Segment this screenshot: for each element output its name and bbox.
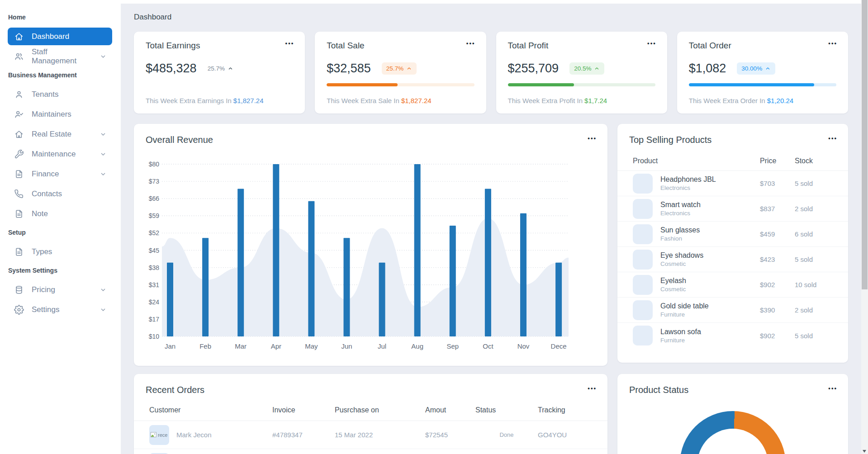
recent-orders-title: Recent Orders: [134, 374, 607, 395]
sidebar-item-label: Note: [32, 209, 48, 218]
middle-row: Overall Revenue ••• $80$73$66$59$52$45$3…: [134, 124, 848, 366]
chevron-down-icon: [100, 151, 107, 158]
sidebar-item-real-estate[interactable]: Real Estate: [8, 125, 112, 143]
x-axis-label: Aug: [411, 342, 423, 350]
sidebar-item-label: Staff Management: [32, 47, 92, 66]
y-axis-tick: $24: [149, 298, 160, 306]
sidebar-item-pricing[interactable]: Pricing: [8, 281, 112, 298]
product-status-donut: [680, 411, 786, 454]
top-selling-products-title: Top Selling Products: [617, 124, 848, 145]
products-column-stock: Stock: [795, 157, 839, 165]
card-menu-button[interactable]: •••: [285, 40, 294, 47]
sidebar-item-staff-management[interactable]: Staff Management: [8, 47, 112, 65]
product-price: $837: [760, 205, 795, 213]
product-row-gold-side-table[interactable]: Gold side tableFurniture$3902 sold: [617, 298, 848, 323]
sidebar-item-types[interactable]: Types: [8, 243, 112, 260]
orders-table-header: CustomerInvoicePusrchase onAmoutStatusTr…: [134, 395, 607, 421]
products-column-product: Product: [633, 157, 760, 165]
product-row-eyelash[interactable]: EyelashCosmetic$90210 sold: [617, 272, 848, 298]
sidebar-item-settings[interactable]: Settings: [8, 301, 112, 318]
sidebar-item-label: Finance: [32, 170, 59, 179]
revenue-bar-jul: [379, 263, 385, 336]
card-menu-button[interactable]: •••: [828, 40, 837, 47]
x-axis-label: Nov: [517, 342, 530, 350]
product-category: Fashion: [660, 235, 700, 242]
revenue-bar-dece: [555, 263, 562, 336]
sidebar-item-maintenance[interactable]: Maintenance: [8, 145, 112, 163]
order-invoice: #4789347: [272, 431, 335, 439]
y-axis-tick: $73: [149, 178, 160, 185]
sidebar-item-note[interactable]: Note: [8, 205, 112, 222]
card-value-row: $32,58525.7%: [327, 61, 474, 76]
card-footer-amount: $1,7.24: [584, 97, 607, 104]
chevron-up-icon: [228, 66, 233, 71]
sidebar-item-maintainers[interactable]: Maintainers: [8, 105, 112, 123]
product-row-sun-glasses[interactable]: Sun glassesFashion$4596 sold: [617, 222, 848, 247]
sidebar-item-label: Maintainers: [32, 110, 71, 119]
top-selling-products-panel: Top Selling Products ••• ProductPriceSto…: [617, 124, 848, 363]
y-axis-tick: $80: [149, 161, 160, 168]
product-row-eye-shadows[interactable]: Eye shadowsCosmetic$4235 sold: [617, 247, 848, 272]
product-name: Sun glasses: [660, 226, 700, 234]
card-value-row: $485,32825.7%: [146, 61, 293, 76]
card-total-profit: Total Profit•••$255,70920.5%This Week Ex…: [496, 32, 667, 114]
orders-column-status: Status: [475, 406, 538, 414]
sidebar-section-header-business-management: Business Management: [0, 71, 121, 79]
order-row-mark-jecon[interactable]: receMark Jecon#478934715 Mar 2022$72545D…: [134, 421, 607, 449]
product-name: Smart watch: [660, 201, 701, 209]
y-axis-tick: $52: [149, 229, 160, 236]
revenue-bar-aug: [414, 164, 421, 336]
y-axis-tick: $38: [149, 264, 160, 271]
sidebar-item-finance[interactable]: Finance: [8, 165, 112, 183]
products-table-header: ProductPriceStock: [617, 145, 848, 171]
card-menu-button[interactable]: •••: [466, 40, 475, 47]
product-name: Eye shadows: [660, 251, 703, 260]
orders-column-tracking: Tracking: [538, 406, 598, 414]
product-category: Cosmetic: [660, 286, 686, 293]
product-row-lawson-sofa[interactable]: Lawson sofaFurniture$9025 sold: [617, 323, 848, 348]
overall-revenue-title: Overall Revenue: [134, 124, 607, 145]
product-status-menu-button[interactable]: •••: [828, 385, 837, 392]
card-footer-text: This Week Extra Sale In: [327, 97, 399, 104]
card-total-sale: Total Sale•••$32,58525.7%This Week Extra…: [315, 32, 486, 114]
file-icon: [14, 169, 24, 179]
card-footer-amount: $1,827.24: [233, 97, 264, 104]
order-tracking: GO4YOU: [538, 431, 598, 439]
product-price: $902: [760, 281, 795, 288]
card-title: Total Sale: [327, 41, 474, 51]
card-progress-bar: [508, 83, 655, 86]
card-value-row: $255,70920.5%: [508, 61, 655, 76]
product-row-smart-watch[interactable]: Smart watchElectronics$8372 sold: [617, 196, 848, 222]
card-footer: This Week Extra Profit In$1,7.24: [508, 97, 655, 104]
revenue-bar-nov: [520, 213, 526, 336]
user-icon: [14, 90, 24, 99]
card-value-row: $1,08230.00%: [689, 61, 836, 76]
scrollbar-down-arrow-icon[interactable]: [863, 450, 866, 453]
sidebar-item-label: Real Estate: [32, 130, 71, 139]
x-axis-label: Sep: [446, 342, 459, 350]
product-name: Gold side table: [660, 302, 709, 310]
chevron-up-icon: [765, 66, 771, 71]
sidebar-item-dashboard[interactable]: Dashboard: [8, 28, 112, 45]
product-price: $902: [760, 332, 795, 340]
product-row-headphones-jbl[interactable]: Headphones JBLElectronics$7035 sold: [617, 171, 848, 196]
card-title: Total Earnings: [146, 41, 293, 51]
overall-revenue-menu-button[interactable]: •••: [588, 135, 597, 142]
product-image-placeholder: [633, 326, 653, 345]
scrollbar-thumb[interactable]: [862, 0, 868, 289]
sidebar-item-contacts[interactable]: Contacts: [8, 185, 112, 203]
card-footer-text: This Week Extra Profit In: [508, 97, 583, 104]
order-row-partial[interactable]: [134, 449, 607, 454]
top-selling-products-menu-button[interactable]: •••: [828, 135, 837, 142]
card-footer-text: This Week Extra Order In: [689, 97, 765, 104]
x-axis-label: Jul: [378, 342, 386, 350]
recent-orders-menu-button[interactable]: •••: [588, 385, 597, 392]
sidebar-item-tenants[interactable]: Tenants: [8, 85, 112, 103]
sidebar-item-label: Tenants: [32, 90, 59, 99]
page-scrollbar[interactable]: [861, 0, 868, 454]
orders-table-body: receMark Jecon#478934715 Mar 2022$72545D…: [134, 421, 607, 454]
card-menu-button[interactable]: •••: [647, 40, 656, 47]
sidebar-item-label: Pricing: [32, 285, 55, 294]
card-progress-bar: [327, 83, 474, 86]
y-axis-tick: $45: [149, 247, 160, 254]
